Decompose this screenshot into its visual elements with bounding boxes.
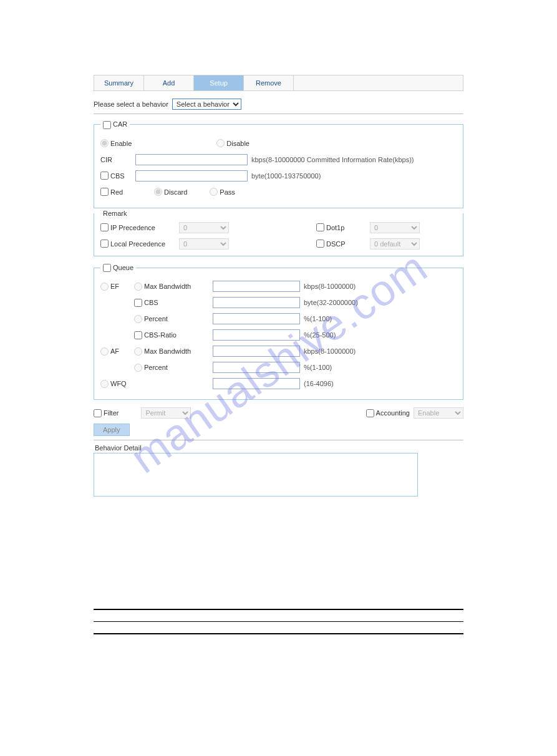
tab-bar: Summary Add Setup Remove (94, 75, 463, 91)
af-label: AF (110, 347, 119, 355)
ef-percent-radio[interactable] (134, 315, 142, 323)
local-precedence-select[interactable]: 0 (179, 238, 229, 250)
dot1p-select[interactable]: 0 (370, 222, 420, 233)
ef-cbsratio-hint: %(25-500) (304, 331, 336, 339)
apply-button[interactable]: Apply (94, 424, 130, 436)
filter-checkbox[interactable] (94, 409, 102, 417)
ef-cbs-hint: byte(32-2000000) (304, 299, 358, 306)
ef-percent-hint: %(1-100) (304, 315, 332, 322)
ef-cbsratio-input[interactable] (213, 329, 300, 341)
local-precedence-label: Local Precedence (110, 240, 165, 248)
behavior-detail-label: Behavior Detail (95, 444, 463, 452)
red-pass-radio[interactable] (210, 188, 218, 196)
queue-legend: Queue (100, 264, 136, 273)
tab-summary[interactable]: Summary (94, 75, 144, 90)
af-radio[interactable] (100, 347, 109, 356)
af-maxbw-input[interactable] (213, 346, 300, 357)
af-maxbw-radio[interactable] (134, 347, 142, 356)
ef-maxbw-hint: kbps(8-1000000) (304, 283, 356, 290)
red-pass-label: Pass (220, 188, 235, 196)
footer-line-2 (94, 621, 463, 622)
wfq-input[interactable] (213, 378, 300, 389)
cbs-input[interactable] (135, 170, 248, 182)
tab-remove[interactable]: Remove (244, 75, 294, 90)
cbs-hint: byte(1000-193750000) (251, 172, 321, 180)
af-percent-input[interactable] (213, 362, 300, 373)
car-disable-radio[interactable] (216, 139, 225, 147)
af-percent-radio[interactable] (134, 364, 142, 372)
dscp-label: DSCP (326, 240, 346, 248)
car-enable-label: Enable (110, 140, 132, 147)
red-discard-radio[interactable] (154, 188, 162, 196)
ef-cbsratio-checkbox[interactable] (134, 331, 142, 339)
car-enable-radio[interactable] (100, 139, 109, 147)
ef-cbs-input[interactable] (213, 297, 300, 308)
queue-legend-text: Queue (113, 264, 133, 271)
ef-maxbw-label: Max Bandwidth (144, 283, 191, 290)
af-maxbw-label: Max Bandwidth (144, 347, 191, 355)
cir-hint: kbps(8-10000000 Committed Information Ra… (251, 156, 414, 163)
ef-cbs-label: CBS (144, 299, 158, 306)
dot1p-checkbox[interactable] (316, 223, 324, 231)
behavior-select[interactable]: Select a behavior (172, 99, 241, 110)
dscp-select[interactable]: 0 default (370, 238, 420, 250)
car-checkbox[interactable] (103, 121, 111, 129)
ef-percent-input[interactable] (213, 313, 300, 324)
cbs-label: CBS (110, 172, 125, 180)
dot1p-label: Dot1p (326, 224, 344, 231)
cbs-checkbox[interactable] (100, 172, 109, 180)
tab-setup[interactable]: Setup (194, 75, 244, 90)
footer-line-1 (94, 609, 463, 610)
car-fieldset: CAR Enable Disable CIR kbps(8-10000000 C… (94, 120, 463, 208)
accounting-checkbox[interactable] (366, 409, 374, 417)
ef-radio[interactable] (100, 283, 109, 291)
remark-fieldset: Remark IP Precedence 0 Local Precedence … (94, 210, 463, 256)
ef-percent-label: Percent (144, 315, 168, 322)
car-legend: CAR (100, 120, 130, 129)
behavior-detail-box (94, 453, 418, 497)
footer-line-3 (94, 633, 463, 634)
tab-add[interactable]: Add (144, 75, 194, 90)
wfq-label: WFQ (110, 380, 127, 387)
ip-precedence-checkbox[interactable] (100, 223, 109, 231)
filter-label: Filter (104, 409, 119, 417)
accounting-label: Accounting (376, 409, 410, 417)
cir-label: CIR (100, 156, 132, 163)
red-label: Red (110, 188, 123, 196)
car-disable-label: Disable (226, 140, 249, 147)
tab-filler (294, 75, 463, 90)
ef-maxbw-input[interactable] (213, 281, 300, 292)
queue-checkbox[interactable] (103, 264, 111, 272)
ef-maxbw-radio[interactable] (134, 283, 142, 291)
car-legend-text: CAR (113, 120, 127, 128)
filter-select[interactable]: Permit (141, 407, 191, 419)
af-maxbw-hint: kbps(8-1000000) (304, 347, 356, 355)
ip-precedence-label: IP Precedence (110, 224, 155, 231)
local-precedence-checkbox[interactable] (100, 240, 109, 248)
af-percent-label: Percent (144, 364, 168, 371)
remark-legend: Remark (100, 210, 130, 217)
divider (94, 114, 463, 114)
divider-2 (94, 440, 463, 440)
queue-fieldset: Queue EF Max Bandwidth kbps(8-1000000) C… (94, 264, 463, 400)
cir-input[interactable] (135, 154, 248, 165)
af-percent-hint: %(1-100) (304, 364, 332, 371)
ef-cbsratio-label: CBS-Ratio (144, 331, 177, 339)
red-discard-label: Discard (164, 188, 187, 196)
ef-cbs-checkbox[interactable] (134, 299, 142, 307)
wfq-hint: (16-4096) (304, 380, 334, 387)
dscp-checkbox[interactable] (316, 240, 324, 248)
ip-precedence-select[interactable]: 0 (179, 222, 229, 233)
behavior-select-label: Please select a behavior (94, 100, 168, 108)
wfq-radio[interactable] (100, 380, 109, 388)
red-checkbox[interactable] (100, 188, 109, 196)
accounting-select[interactable]: Enable (414, 407, 463, 419)
ef-label: EF (110, 283, 119, 290)
